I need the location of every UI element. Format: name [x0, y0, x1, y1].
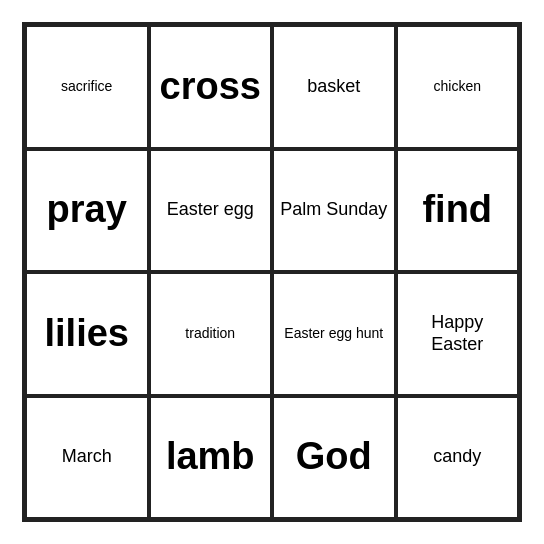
bingo-cell-r0c1: cross — [149, 25, 273, 149]
bingo-cell-r2c2: Easter egg hunt — [272, 272, 396, 396]
cell-text-r0c0: sacrifice — [61, 78, 112, 95]
bingo-cell-r1c0: pray — [25, 149, 149, 273]
bingo-cell-r2c3: Happy Easter — [396, 272, 520, 396]
bingo-cell-r0c3: chicken — [396, 25, 520, 149]
cell-text-r3c3: candy — [433, 446, 481, 468]
cell-text-r0c2: basket — [307, 76, 360, 98]
bingo-cell-r0c0: sacrifice — [25, 25, 149, 149]
cell-text-r1c2: Palm Sunday — [280, 199, 387, 221]
bingo-cell-r1c1: Easter egg — [149, 149, 273, 273]
bingo-cell-r3c3: candy — [396, 396, 520, 520]
cell-text-r0c3: chicken — [434, 78, 481, 95]
cell-text-r1c1: Easter egg — [167, 199, 254, 221]
cell-text-r2c1: tradition — [185, 325, 235, 342]
bingo-cell-r3c0: March — [25, 396, 149, 520]
bingo-cell-r1c2: Palm Sunday — [272, 149, 396, 273]
cell-text-r2c0: lilies — [45, 311, 130, 357]
cell-text-r1c0: pray — [47, 187, 127, 233]
bingo-cell-r3c2: God — [272, 396, 396, 520]
cell-text-r0c1: cross — [160, 64, 261, 110]
bingo-cell-r0c2: basket — [272, 25, 396, 149]
cell-text-r2c3: Happy Easter — [404, 312, 512, 355]
cell-text-r3c2: God — [296, 434, 372, 480]
bingo-cell-r2c1: tradition — [149, 272, 273, 396]
bingo-cell-r2c0: lilies — [25, 272, 149, 396]
cell-text-r3c0: March — [62, 446, 112, 468]
bingo-cell-r1c3: find — [396, 149, 520, 273]
cell-text-r3c1: lamb — [166, 434, 255, 480]
bingo-board: sacrificecrossbasketchickenprayEaster eg… — [22, 22, 522, 522]
bingo-cell-r3c1: lamb — [149, 396, 273, 520]
cell-text-r2c2: Easter egg hunt — [284, 325, 383, 342]
cell-text-r1c3: find — [422, 187, 492, 233]
